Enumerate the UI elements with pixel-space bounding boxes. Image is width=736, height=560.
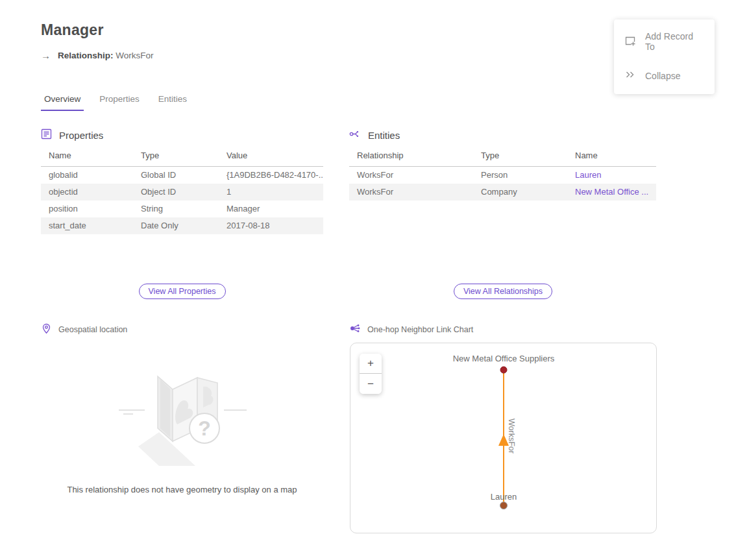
cell-name: globalid (41, 167, 133, 184)
entity-link[interactable]: New Metal Office ... (567, 184, 656, 201)
context-menu: Add Record To Collapse (614, 19, 715, 94)
cell-value: Manager (219, 201, 323, 217)
cell-name: objectid (41, 184, 133, 201)
tab-properties[interactable]: Properties (99, 94, 140, 111)
entities-header-row: Relationship Type Name (349, 148, 656, 167)
cell-type: Person (473, 167, 567, 184)
top-node-label: New Metal Office Suppliers (453, 354, 555, 363)
record-type-label: Relationship: (58, 51, 114, 60)
view-all-relationships-button[interactable]: View All Relationships (454, 284, 552, 299)
tab-bar: Overview Properties Entities (44, 94, 187, 111)
record-overview-page: Manager → Relationship: WorksFor Add Rec… (0, 0, 736, 560)
double-chevron-right-icon (624, 69, 636, 82)
question-mark-glyph: ? (198, 417, 211, 440)
zoom-control: + − (360, 354, 382, 394)
add-record-icon (624, 35, 636, 49)
empty-map-illustration: ? (41, 356, 323, 479)
table-row: start_date Date Only 2017-08-18 (41, 217, 323, 234)
relationship-arrow-icon: → (41, 50, 51, 61)
table-row: globalid Global ID {1A9DB2B6-D482-4170-.… (41, 167, 323, 184)
entities-section-heading: Entities (349, 128, 400, 141)
geospatial-section-title: Geospatial location (58, 325, 127, 334)
link-chart-section-title: One-hop Neighbor Link Chart (367, 325, 473, 334)
cell-name: start_date (41, 217, 133, 234)
col-header-relationship: Relationship (349, 148, 473, 167)
col-header-value: Value (219, 148, 323, 167)
link-chart-graph: WorksFor New Metal Office Suppliers Laur… (350, 343, 656, 533)
link-chart-icon (349, 323, 360, 335)
bottom-node[interactable] (500, 502, 508, 509)
cell-relationship: WorksFor (349, 167, 473, 184)
properties-table: Name Type Value globalid Global ID {1A9D… (41, 148, 323, 234)
properties-section-heading: Properties (41, 128, 103, 141)
cell-value: 2017-08-18 (219, 217, 323, 234)
cell-value: {1A9DB2B6-D482-4170-... (219, 167, 323, 184)
menu-item-collapse[interactable]: Collapse (614, 60, 715, 91)
record-type-value: WorksFor (116, 51, 153, 60)
entities-section-title: Entities (368, 130, 400, 141)
top-node[interactable] (500, 367, 507, 373)
bottom-node-label: Lauren (491, 492, 517, 502)
record-type: Relationship: WorksFor (58, 51, 154, 60)
table-row: WorksFor Company New Metal Office ... (349, 184, 656, 201)
geospatial-section-heading: Geospatial location (42, 323, 127, 336)
entities-table: Relationship Type Name WorksFor Person L… (349, 148, 656, 201)
entity-link[interactable]: Lauren (567, 167, 656, 184)
col-header-type: Type (133, 148, 219, 167)
cell-type: Object ID (133, 184, 219, 201)
menu-item-label: Collapse (645, 71, 680, 81)
record-type-line: → Relationship: WorksFor (41, 50, 154, 61)
link-chart-canvas: + − WorksFor New Metal Office Suppliers … (350, 343, 657, 533)
properties-section-title: Properties (59, 130, 103, 141)
cell-type: Global ID (133, 167, 219, 184)
zoom-in-button[interactable]: + (360, 354, 382, 374)
link-chart-section-heading: One-hop Neighbor Link Chart (349, 323, 473, 335)
table-row: WorksFor Person Lauren (349, 167, 656, 184)
table-row: position String Manager (41, 201, 323, 217)
col-header-type: Type (473, 148, 567, 167)
cell-name: position (41, 201, 133, 217)
no-geometry-message: This relationship does not have geometry… (41, 485, 323, 494)
col-header-name: Name (567, 148, 656, 167)
cell-type: Date Only (133, 217, 219, 234)
tab-overview[interactable]: Overview (41, 94, 84, 111)
menu-item-label: Add Record To (645, 31, 704, 52)
cell-value: 1 (219, 184, 323, 201)
properties-header-row: Name Type Value (41, 148, 323, 167)
view-all-properties-button[interactable]: View All Properties (139, 284, 226, 299)
tab-entities[interactable]: Entities (158, 94, 187, 111)
menu-item-add-record-to[interactable]: Add Record To (614, 23, 715, 60)
entities-icon (349, 128, 361, 141)
cell-type: String (133, 201, 219, 217)
col-header-name: Name (41, 148, 133, 167)
page-title: Manager (41, 21, 104, 39)
table-row: objectid Object ID 1 (41, 184, 323, 201)
view-all-properties-row: View All Properties (41, 284, 323, 299)
cell-relationship: WorksFor (349, 184, 473, 201)
zoom-out-button[interactable]: − (360, 374, 382, 394)
cell-type: Company (473, 184, 567, 201)
map-pin-icon (42, 323, 51, 336)
view-all-relationships-row: View All Relationships (349, 284, 657, 299)
properties-icon (41, 128, 52, 141)
edge-label: WorksFor (507, 419, 516, 454)
